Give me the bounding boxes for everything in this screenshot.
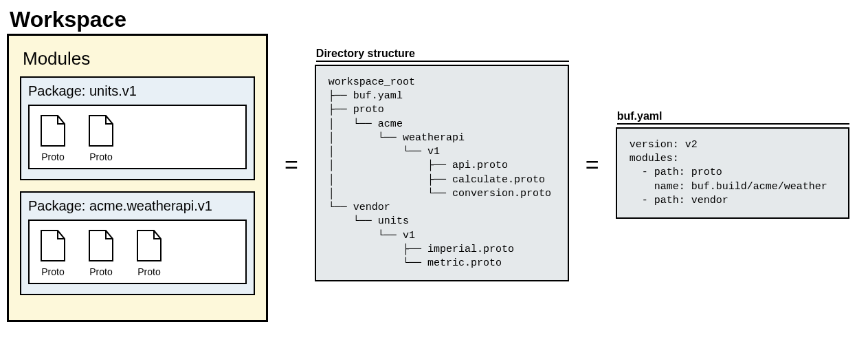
package-units: Package: units.v1 Proto (20, 76, 255, 180)
buf-yaml-column: buf.yaml version: v2 modules: - path: pr… (616, 110, 849, 219)
file-label: Proto (89, 266, 112, 277)
proto-file: Proto (133, 229, 166, 277)
proto-file: Proto (85, 114, 118, 162)
workspace-box: Modules Package: units.v1 Proto (7, 34, 268, 322)
proto-file: Proto (85, 229, 118, 277)
buf-yaml-title: buf.yaml (617, 110, 849, 125)
package-label: Package: acme.weatherapi.v1 (28, 198, 247, 214)
buf-yaml-content: version: v2 modules: - path: proto name:… (616, 127, 849, 219)
equals-sign: = (581, 151, 603, 178)
file-icon (40, 229, 66, 262)
package-weatherapi: Package: acme.weatherapi.v1 Proto (20, 191, 255, 295)
file-icon (40, 114, 66, 147)
file-label: Proto (41, 266, 64, 277)
file-row: Proto Proto Proto (28, 220, 247, 284)
file-label: Proto (89, 151, 112, 162)
file-row: Proto Proto (28, 105, 247, 169)
file-icon (88, 114, 114, 147)
file-icon (136, 229, 162, 262)
directory-tree: workspace_root ├── buf.yaml ├── proto │ … (315, 65, 569, 282)
file-label: Proto (137, 266, 160, 277)
workspace-title: Workspace (10, 7, 268, 32)
diagram: Workspace Modules Package: units.v1 Prot… (7, 7, 861, 322)
equals-sign: = (280, 151, 302, 178)
file-label: Proto (41, 151, 64, 162)
proto-file: Proto (36, 114, 69, 162)
proto-file: Proto (36, 229, 69, 277)
directory-title: Directory structure (316, 47, 569, 62)
file-icon (88, 229, 114, 262)
directory-column: Directory structure workspace_root ├── b… (315, 47, 569, 282)
package-label: Package: units.v1 (28, 83, 247, 99)
workspace-column: Workspace Modules Package: units.v1 Prot… (7, 7, 268, 322)
modules-title: Modules (23, 48, 255, 69)
